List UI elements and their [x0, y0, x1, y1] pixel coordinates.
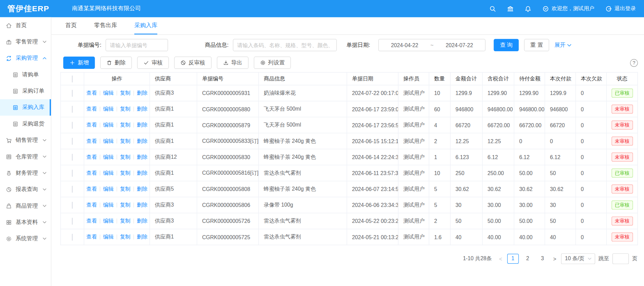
delete-link[interactable]: 删除 — [137, 122, 147, 128]
edit-link[interactable]: 编辑 — [103, 106, 114, 112]
delete-link[interactable]: 删除 — [137, 154, 147, 160]
sidebar-item-sales-mgmt[interactable]: 销售管理 — [0, 132, 51, 148]
copy-link[interactable]: 复制 — [120, 234, 130, 240]
row-checkbox[interactable] — [72, 137, 73, 145]
view-link[interactable]: 查看 — [86, 234, 97, 240]
edit-link[interactable]: 编辑 — [103, 218, 114, 224]
edit-link[interactable]: 编辑 — [103, 234, 114, 240]
delete-link[interactable]: 删除 — [137, 170, 147, 176]
edit-link[interactable]: 编辑 — [103, 170, 114, 176]
product-info-input[interactable] — [233, 39, 337, 51]
finance-icon — [6, 170, 12, 176]
tab-home[interactable]: 首页 — [65, 17, 77, 35]
edit-link[interactable]: 编辑 — [103, 186, 114, 192]
sidebar-item-system-mgmt[interactable]: 系统管理 — [0, 230, 51, 247]
search-submit-button[interactable]: 查 询 — [494, 39, 519, 51]
table-row: 查看编辑复制删除 供应商3 CGRK00000005806 录像带 100g 2… — [60, 197, 638, 213]
row-checkbox[interactable] — [72, 170, 73, 177]
date-from-value[interactable]: 2024-04-22 — [379, 42, 431, 48]
help-icon[interactable]: ? — [630, 59, 638, 66]
date-to-value[interactable]: 2024-07-22 — [434, 42, 485, 48]
delete-link[interactable]: 删除 — [137, 218, 147, 224]
sidebar-item-purchase-request[interactable]: 请购单 — [0, 66, 51, 83]
edit-link[interactable]: 编辑 — [103, 138, 114, 144]
copy-link[interactable]: 复制 — [120, 202, 130, 208]
page-number-3[interactable]: 3 — [537, 254, 548, 264]
view-link[interactable]: 查看 — [86, 186, 97, 192]
row-checkbox[interactable] — [72, 202, 73, 209]
view-link[interactable]: 查看 — [86, 170, 97, 176]
row-checkbox[interactable] — [72, 154, 73, 161]
jump-page-input[interactable] — [612, 253, 629, 264]
prev-page-icon[interactable]: < — [498, 256, 504, 262]
user-menu[interactable]: 欢迎您，测试用户 — [542, 5, 594, 13]
product-cell: 雷达杀虫气雾剂 — [259, 229, 347, 245]
sidebar-item-retail-mgmt[interactable]: 零售管理 — [0, 34, 51, 50]
add-button[interactable]: 新增 — [63, 57, 95, 69]
tab-purchase-inbound[interactable]: 采购入库 — [134, 17, 157, 35]
tab-retail-outbound[interactable]: 零售出库 — [94, 17, 117, 35]
sidebar-item-product-mgmt[interactable]: 商品管理 — [0, 198, 51, 214]
notifications-button[interactable] — [524, 5, 532, 12]
edit-link[interactable]: 编辑 — [103, 122, 114, 128]
delete-link[interactable]: 删除 — [137, 90, 147, 96]
edit-link[interactable]: 编辑 — [103, 202, 114, 208]
delete-link[interactable]: 删除 — [137, 186, 147, 192]
delete-link[interactable]: 删除 — [137, 106, 147, 112]
page-size-select[interactable]: 10 条/页 — [561, 253, 595, 264]
column-settings-button[interactable]: 列设置 — [254, 57, 291, 69]
order-no-input[interactable] — [105, 39, 168, 51]
export-button[interactable]: 导出 — [217, 57, 248, 69]
row-checkbox[interactable] — [72, 186, 73, 193]
sidebar-item-purchase-order[interactable]: 采购订单 — [0, 83, 51, 99]
view-link[interactable]: 查看 — [86, 122, 97, 128]
select-all-checkbox[interactable] — [72, 75, 73, 82]
sidebar-item-purchase-mgmt[interactable]: 采购管理 — [0, 50, 51, 66]
edit-link[interactable]: 编辑 — [103, 154, 114, 160]
expand-filters-link[interactable]: 展开 — [554, 41, 571, 49]
delete-link[interactable]: 删除 — [137, 138, 147, 144]
row-checkbox[interactable] — [72, 121, 73, 129]
workbench-button[interactable] — [507, 5, 514, 12]
reset-button[interactable]: 重 置 — [524, 39, 549, 51]
sidebar-item-purchase-return[interactable]: 采购退货 — [0, 116, 51, 132]
next-page-icon[interactable]: > — [552, 256, 558, 262]
sidebar-item-basic-data[interactable]: 基本资料 — [0, 214, 51, 230]
delete-button[interactable]: 删除 — [100, 57, 132, 69]
sidebar-item-home[interactable]: 首页 — [0, 17, 51, 34]
row-checkbox[interactable] — [72, 106, 73, 113]
copy-link[interactable]: 复制 — [120, 170, 130, 176]
view-link[interactable]: 查看 — [86, 138, 97, 144]
date-range-picker[interactable]: 2024-04-22 ~ 2024-07-22 — [378, 39, 485, 51]
copy-link[interactable]: 复制 — [120, 90, 130, 96]
sidebar-item-purchase-inbound[interactable]: 采购入库 — [0, 99, 51, 115]
row-checkbox[interactable] — [72, 217, 73, 225]
copy-link[interactable]: 复制 — [120, 218, 130, 224]
sidebar-item-finance-mgmt[interactable]: 财务管理 — [0, 165, 51, 181]
sidebar-item-report-query[interactable]: 报表查询 — [0, 181, 51, 197]
logout-button[interactable]: 退出登录 — [605, 5, 636, 13]
divider — [134, 203, 134, 208]
copy-link[interactable]: 复制 — [120, 154, 130, 160]
view-link[interactable]: 查看 — [86, 154, 97, 160]
status-badge: 未审核 — [611, 137, 633, 146]
view-link[interactable]: 查看 — [86, 90, 97, 96]
row-checkbox[interactable] — [72, 233, 73, 241]
edit-link[interactable]: 编辑 — [103, 90, 114, 96]
copy-link[interactable]: 复制 — [120, 186, 130, 192]
view-link[interactable]: 查看 — [86, 218, 97, 224]
audit-button[interactable]: 审核 — [137, 57, 169, 69]
sidebar-item-warehouse-mgmt[interactable]: 仓库管理 — [0, 149, 51, 165]
delete-link[interactable]: 删除 — [137, 234, 147, 240]
copy-link[interactable]: 复制 — [120, 138, 130, 144]
view-link[interactable]: 查看 — [86, 106, 97, 112]
copy-link[interactable]: 复制 — [120, 106, 130, 112]
copy-link[interactable]: 复制 — [120, 122, 130, 128]
search-button[interactable] — [489, 5, 496, 12]
row-checkbox[interactable] — [72, 90, 73, 97]
unaudit-button[interactable]: 反审核 — [174, 57, 211, 69]
page-number-2[interactable]: 2 — [522, 254, 534, 264]
delete-link[interactable]: 删除 — [137, 202, 147, 208]
view-link[interactable]: 查看 — [86, 202, 97, 208]
page-number-1[interactable]: 1 — [507, 254, 519, 264]
